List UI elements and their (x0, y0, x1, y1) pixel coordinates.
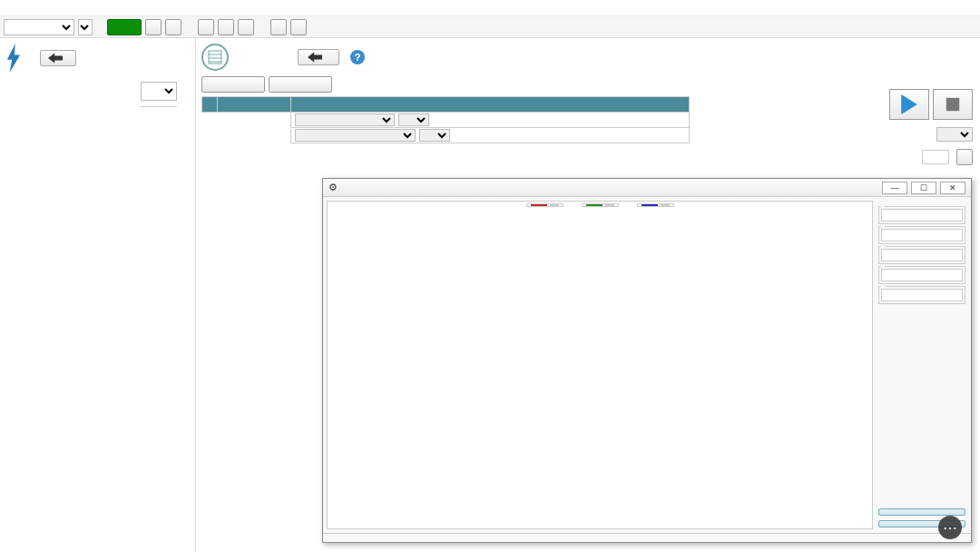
power-icon (5, 44, 22, 73)
svg-marker-6 (308, 52, 322, 62)
profile-data-panel (323, 533, 971, 542)
motion-tasks-icon (201, 44, 229, 71)
maximize-button[interactable]: ☐ (911, 182, 936, 194)
draw-button[interactable] (878, 508, 965, 516)
next-select-1[interactable] (419, 129, 450, 142)
halt-button[interactable] (165, 19, 181, 35)
dialog-titlebar[interactable]: ⚙ — ☐ ✕ (323, 179, 971, 197)
gear-icon: ⚙ (328, 182, 338, 193)
mode-select[interactable] (4, 19, 74, 35)
set-button[interactable] (956, 149, 973, 165)
param-row-0 (290, 112, 690, 128)
opmode-select[interactable] (295, 113, 395, 126)
profile-timing-panel (877, 201, 967, 529)
close-button[interactable]: ✕ (940, 182, 965, 194)
command-header (217, 96, 291, 113)
task-table (201, 96, 975, 143)
toolbar (0, 16, 980, 38)
time-jdec-input[interactable] (881, 289, 963, 301)
left-panel (0, 38, 196, 552)
mode-arrow[interactable] (78, 19, 93, 35)
minimize-button[interactable]: — (882, 182, 907, 194)
erase-eeprom-button[interactable] (218, 19, 234, 35)
time-jacc-input[interactable] (881, 269, 963, 281)
profile-chart (328, 209, 872, 519)
save-button[interactable] (269, 76, 332, 93)
update-close-button[interactable] (878, 520, 965, 527)
svg-marker-7 (901, 94, 917, 114)
quick-stop-button[interactable] (145, 19, 162, 35)
param-row-1 (290, 127, 690, 143)
task-nr-select[interactable] (936, 127, 973, 142)
next-select-0[interactable] (398, 113, 429, 126)
chopper-threshold-value (141, 104, 177, 107)
override-input[interactable] (922, 150, 949, 164)
state-select[interactable] (295, 129, 416, 142)
stop-button[interactable] (933, 89, 973, 120)
save-eeprom-button[interactable] (198, 19, 214, 35)
svg-marker-1 (48, 53, 63, 63)
time-acc-input[interactable] (881, 209, 963, 222)
svg-marker-0 (7, 44, 20, 73)
profile-designer-dialog: ⚙ — ☐ ✕ (322, 178, 972, 543)
help-icon[interactable]: ? (350, 50, 365, 64)
arrow-left-icon (48, 53, 63, 64)
chart-legend (328, 202, 872, 209)
chopper-control-select[interactable] (141, 82, 177, 101)
time-dec-input[interactable] (881, 229, 963, 242)
idx-header (201, 96, 218, 113)
main-menu-button[interactable] (298, 49, 339, 65)
arrow-left-icon (308, 52, 322, 63)
svg-rect-8 (946, 98, 959, 111)
restart-drive-button[interactable] (290, 19, 307, 35)
parameter-header (290, 96, 690, 113)
disconnect-button[interactable] (238, 19, 254, 35)
play-button[interactable] (889, 89, 929, 120)
controls-right (889, 89, 973, 165)
menubar (0, 0, 980, 16)
time-vel-input[interactable] (881, 249, 963, 261)
chart-box (327, 201, 873, 529)
selection-menu-button[interactable] (40, 50, 76, 66)
load-button[interactable] (201, 76, 265, 93)
clear-errors-button[interactable] (270, 19, 287, 35)
enabled-button[interactable] (107, 19, 142, 35)
